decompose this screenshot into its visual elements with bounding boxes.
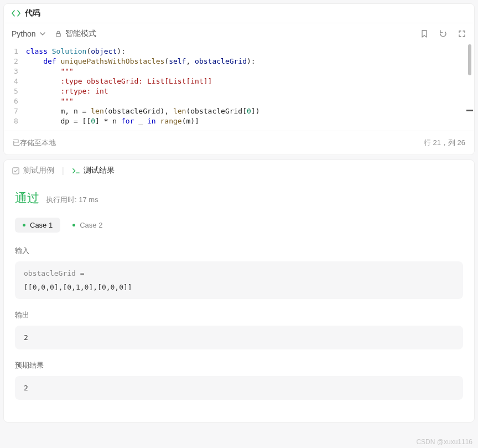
case-tab[interactable]: Case 2 — [65, 218, 110, 233]
results-tabs: 测试用例 | 测试结果 — [4, 160, 474, 181]
code-editor[interactable]: 12345678 class Solution(object): def uni… — [4, 44, 474, 131]
input-value: [[0,0,0],[0,1,0],[0,0,0]] — [24, 283, 454, 291]
case-label: Case 2 — [80, 221, 102, 229]
tab-testcase[interactable]: 测试用例 — [12, 166, 54, 176]
pass-label: 通过 — [15, 190, 39, 207]
input-box: obstacleGrid = [[0,0,0],[0,1,0],[0,0,0]] — [15, 261, 463, 299]
save-status: 已存储至本地 — [13, 138, 56, 148]
checklist-icon — [12, 167, 20, 175]
pass-row: 通过 执行用时: 17 ms — [15, 190, 463, 207]
code-header: 代码 — [4, 4, 474, 23]
bookmark-button[interactable] — [420, 29, 429, 38]
expected-box: 2 — [15, 376, 463, 400]
tab-result[interactable]: 测试结果 — [72, 166, 115, 176]
editor-status-bar: 已存储至本地 行 21，列 26 — [4, 131, 474, 155]
case-tabs: Case 1Case 2 — [15, 218, 463, 233]
svg-rect-0 — [56, 33, 60, 37]
output-box: 2 — [15, 326, 463, 349]
tab-testcase-label: 测试用例 — [23, 166, 54, 176]
line-gutter: 12345678 — [4, 47, 26, 126]
code-content: class Solution(object): def uniquePathsW… — [26, 47, 474, 126]
tab-divider: | — [62, 166, 64, 175]
mode-label: 智能模式 — [65, 29, 96, 39]
terminal-icon — [72, 167, 80, 175]
input-varname: obstacleGrid = — [24, 269, 454, 277]
status-dot — [72, 224, 75, 226]
expected-value: 2 — [24, 384, 454, 392]
code-title: 代码 — [25, 8, 40, 18]
cursor-position: 行 21，列 26 — [424, 138, 465, 148]
code-panel: 代码 Python 智能模式 12345678 — [3, 3, 475, 155]
tab-result-label: 测试结果 — [84, 166, 115, 176]
code-icon — [12, 9, 20, 18]
reset-button[interactable] — [439, 29, 448, 38]
svg-rect-1 — [13, 167, 19, 173]
input-label: 输入 — [15, 246, 463, 256]
editor-scrollbar[interactable] — [466, 44, 473, 131]
runtime-text: 执行用时: 17 ms — [46, 195, 98, 205]
language-selector[interactable]: Python — [12, 29, 46, 38]
status-dot — [23, 224, 25, 226]
output-value: 2 — [24, 333, 454, 342]
mode-indicator[interactable]: 智能模式 — [55, 29, 96, 39]
language-label: Python — [12, 29, 36, 38]
scrollbar-mark — [466, 110, 473, 111]
lock-icon — [55, 30, 62, 38]
scrollbar-thumb[interactable] — [468, 44, 471, 75]
results-panel: 测试用例 | 测试结果 通过 执行用时: 17 ms Case 1Case 2 … — [3, 159, 475, 423]
chevron-down-icon — [39, 30, 46, 37]
fullscreen-button[interactable] — [458, 29, 466, 38]
case-label: Case 1 — [30, 221, 53, 229]
expected-label: 预期结果 — [15, 361, 463, 370]
case-tab[interactable]: Case 1 — [15, 218, 60, 233]
output-label: 输出 — [15, 310, 463, 320]
code-toolbar: Python 智能模式 — [4, 23, 474, 44]
watermark: CSDN @xuxu1116 — [416, 438, 472, 446]
